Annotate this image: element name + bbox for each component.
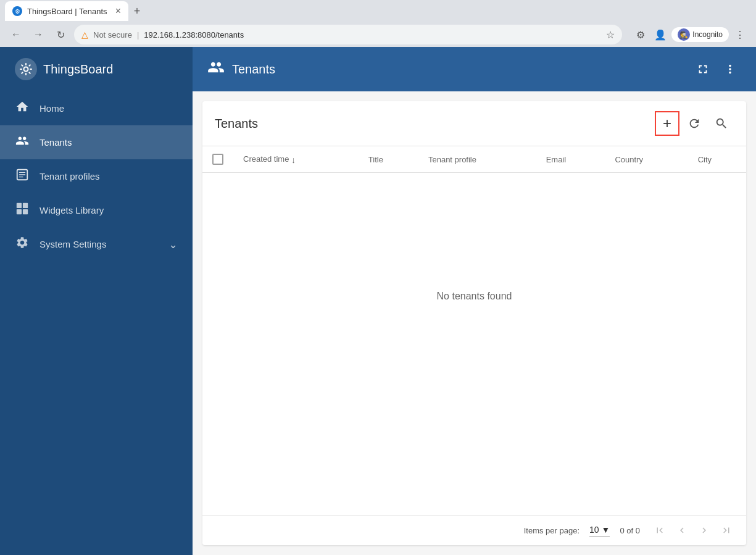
- browser-tab-active[interactable]: ⚙ ThingsBoard | Tenants ×: [5, 1, 128, 21]
- last-page-button[interactable]: [717, 520, 736, 540]
- system-settings-icon: [15, 236, 30, 252]
- search-button[interactable]: [709, 111, 734, 136]
- tab-favicon: ⚙: [12, 6, 22, 16]
- empty-state: No tenants found: [202, 173, 746, 420]
- header-title[interactable]: Title: [359, 146, 418, 173]
- sort-icon: ↓: [291, 154, 296, 164]
- svg-rect-2: [17, 203, 22, 208]
- email-label: Email: [546, 155, 567, 164]
- sidebar-item-label-home: Home: [39, 103, 178, 114]
- country-label: Country: [615, 155, 643, 164]
- browser-titlebar: ⚙ ThingsBoard | Tenants × +: [0, 0, 756, 22]
- page-nav-buttons: [650, 520, 736, 540]
- incognito-label: Incognito: [692, 30, 723, 39]
- back-button[interactable]: ←: [7, 26, 25, 43]
- items-per-page-value: 10: [589, 525, 599, 535]
- sidebar-logo: ThingsBoard: [0, 47, 193, 91]
- sidebar-item-label-widgets: Widgets Library: [39, 205, 178, 215]
- sidebar-nav: Home Tenants Tenant pro: [0, 91, 193, 555]
- items-per-page-label: Items per page:: [524, 526, 579, 535]
- main-area: Tenants Tenants: [193, 47, 756, 555]
- sidebar-item-system-settings[interactable]: System Settings ⌄: [0, 227, 193, 261]
- browser-addressbar: ← → ↻ △ Not secure | 192.168.1.238:8080/…: [0, 22, 756, 47]
- prev-page-button[interactable]: [672, 520, 692, 540]
- tenant-profiles-icon: [15, 168, 30, 185]
- security-warning-icon: △: [81, 30, 88, 40]
- address-text: 192.168.1.238:8080/tenants: [144, 30, 601, 40]
- browser-chrome: ⚙ ThingsBoard | Tenants × + ← → ↻ △ Not …: [0, 0, 756, 47]
- city-label: City: [698, 155, 712, 164]
- content-area: Tenants +: [193, 91, 756, 555]
- extensions-icon[interactable]: ⚙: [632, 26, 649, 43]
- logo-icon: [15, 58, 37, 80]
- tab-title: ThingsBoard | Tenants: [27, 7, 107, 16]
- sidebar-item-label-tenants: Tenants: [39, 137, 178, 148]
- page-title: Tenants: [232, 62, 684, 77]
- expand-icon: ⌄: [168, 238, 178, 251]
- created-time-label: Created time: [243, 154, 289, 164]
- select-all-checkbox[interactable]: [212, 154, 223, 165]
- sidebar: ThingsBoard Home Tenants: [0, 47, 193, 555]
- panel-title: Tenants: [215, 117, 655, 131]
- empty-message: No tenants found: [437, 291, 512, 302]
- fullscreen-button[interactable]: [692, 58, 714, 80]
- tenant-profile-label: Tenant profile: [428, 155, 476, 164]
- address-separator: |: [137, 30, 139, 40]
- panel-header: Tenants +: [202, 101, 746, 146]
- main-header: Tenants: [193, 47, 756, 91]
- svg-point-0: [24, 67, 28, 72]
- dropdown-arrow-icon: ▼: [602, 525, 610, 535]
- security-warning-text: Not secure: [93, 30, 132, 40]
- first-page-button[interactable]: [650, 520, 670, 540]
- bookmark-icon[interactable]: ☆: [606, 29, 615, 41]
- sidebar-item-widgets-library[interactable]: Widgets Library: [0, 193, 193, 227]
- svg-rect-3: [23, 203, 28, 208]
- address-bar[interactable]: △ Not secure | 192.168.1.238:8080/tenant…: [74, 25, 622, 44]
- title-label: Title: [368, 155, 383, 164]
- app-title: ThingsBoard: [43, 62, 113, 77]
- sidebar-item-tenants[interactable]: Tenants: [0, 125, 193, 159]
- header-country[interactable]: Country: [605, 146, 687, 173]
- items-per-page-select[interactable]: 10 ▼: [589, 525, 610, 536]
- header-city[interactable]: City: [688, 146, 746, 173]
- sidebar-item-label-tenant-profiles: Tenant profiles: [39, 171, 178, 182]
- app-container: ThingsBoard Home Tenants: [0, 47, 756, 555]
- sidebar-item-tenant-profiles[interactable]: Tenant profiles: [0, 159, 193, 193]
- home-icon: [15, 100, 30, 117]
- pagination-bar: Items per page: 10 ▼ 0 of 0: [202, 515, 746, 545]
- add-icon: +: [663, 115, 671, 132]
- forward-button[interactable]: →: [30, 26, 47, 43]
- tenants-panel: Tenants +: [202, 101, 746, 545]
- refresh-button[interactable]: [682, 111, 707, 136]
- header-tenant-profile[interactable]: Tenant profile: [418, 146, 536, 173]
- tenants-icon: [15, 134, 30, 151]
- new-tab-button[interactable]: +: [128, 2, 146, 20]
- header-checkbox-col: [202, 146, 233, 173]
- incognito-avatar: 🕵: [678, 28, 690, 41]
- browser-actions: ⚙ 👤 🕵 Incognito ⋮: [632, 26, 749, 43]
- sidebar-item-label-system-settings: System Settings: [39, 239, 159, 249]
- tenants-table: Created time ↓ Title Tenant profile: [202, 146, 746, 173]
- page-header-icon: [207, 59, 225, 80]
- add-tenant-button[interactable]: +: [655, 111, 679, 136]
- incognito-button[interactable]: 🕵 Incognito: [671, 27, 729, 42]
- panel-actions: +: [655, 111, 734, 136]
- svg-rect-5: [23, 209, 28, 214]
- tab-close-button[interactable]: ×: [115, 6, 121, 16]
- profile-icon[interactable]: 👤: [652, 26, 669, 43]
- reload-button[interactable]: ↻: [52, 26, 69, 43]
- table-container: Created time ↓ Title Tenant profile: [202, 146, 746, 515]
- header-email[interactable]: Email: [536, 146, 605, 173]
- page-info: 0 of 0: [620, 526, 640, 535]
- widgets-icon: [15, 202, 30, 219]
- sidebar-item-home[interactable]: Home: [0, 91, 193, 125]
- next-page-button[interactable]: [694, 520, 714, 540]
- more-options-icon[interactable]: ⋮: [731, 26, 749, 43]
- more-options-button[interactable]: [719, 58, 741, 80]
- header-actions: [692, 58, 741, 80]
- header-created-time[interactable]: Created time ↓: [233, 146, 359, 173]
- svg-rect-4: [17, 209, 22, 214]
- table-header: Created time ↓ Title Tenant profile: [202, 146, 746, 173]
